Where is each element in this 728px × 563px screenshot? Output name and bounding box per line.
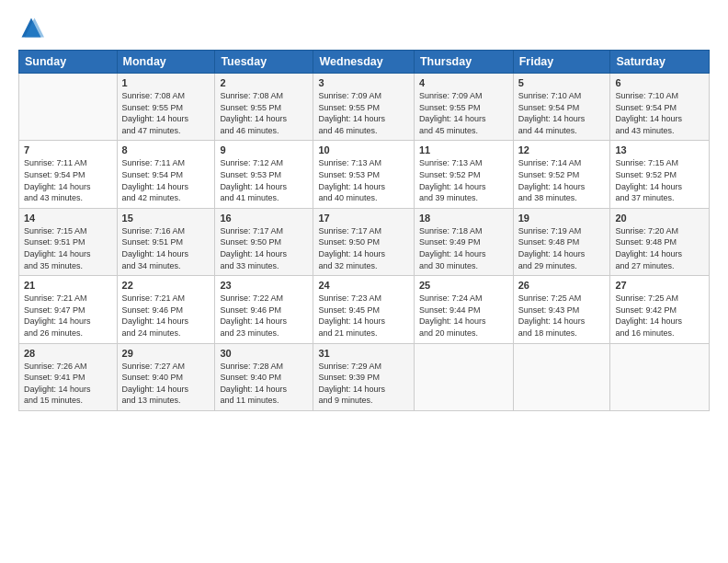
day-info: Sunrise: 7:29 AM Sunset: 9:39 PM Dayligh… xyxy=(318,361,408,407)
calendar-cell: 23Sunrise: 7:22 AM Sunset: 9:46 PM Dayli… xyxy=(215,276,313,343)
page: SundayMondayTuesdayWednesdayThursdayFrid… xyxy=(0,0,728,563)
day-info: Sunrise: 7:15 AM Sunset: 9:52 PM Dayligh… xyxy=(615,157,704,203)
day-info: Sunrise: 7:19 AM Sunset: 9:48 PM Dayligh… xyxy=(518,225,606,271)
calendar-cell: 21Sunrise: 7:21 AM Sunset: 9:47 PM Dayli… xyxy=(19,276,118,343)
day-info: Sunrise: 7:08 AM Sunset: 9:55 PM Dayligh… xyxy=(220,90,308,136)
day-info: Sunrise: 7:10 AM Sunset: 9:54 PM Dayligh… xyxy=(518,90,606,136)
calendar-cell: 5Sunrise: 7:10 AM Sunset: 9:54 PM Daylig… xyxy=(513,74,610,141)
calendar-week-row: 1Sunrise: 7:08 AM Sunset: 9:55 PM Daylig… xyxy=(19,74,710,141)
day-number: 17 xyxy=(318,213,408,224)
day-info: Sunrise: 7:28 AM Sunset: 9:40 PM Dayligh… xyxy=(220,361,308,407)
day-number: 3 xyxy=(318,77,408,88)
calendar-cell: 8Sunrise: 7:11 AM Sunset: 9:54 PM Daylig… xyxy=(117,141,215,208)
calendar-cell xyxy=(19,74,118,141)
calendar-cell: 22Sunrise: 7:21 AM Sunset: 9:46 PM Dayli… xyxy=(117,276,215,343)
day-info: Sunrise: 7:10 AM Sunset: 9:54 PM Dayligh… xyxy=(615,90,704,136)
calendar-cell xyxy=(414,343,513,410)
day-info: Sunrise: 7:09 AM Sunset: 9:55 PM Dayligh… xyxy=(318,90,408,136)
calendar-cell: 4Sunrise: 7:09 AM Sunset: 9:55 PM Daylig… xyxy=(414,74,513,141)
calendar-cell xyxy=(513,343,610,410)
calendar-cell: 25Sunrise: 7:24 AM Sunset: 9:44 PM Dayli… xyxy=(414,276,513,343)
day-number: 15 xyxy=(122,213,210,224)
calendar-cell: 26Sunrise: 7:25 AM Sunset: 9:43 PM Dayli… xyxy=(513,276,610,343)
calendar-week-row: 7Sunrise: 7:11 AM Sunset: 9:54 PM Daylig… xyxy=(19,141,710,208)
day-info: Sunrise: 7:13 AM Sunset: 9:53 PM Dayligh… xyxy=(318,157,408,203)
calendar-cell: 19Sunrise: 7:19 AM Sunset: 9:48 PM Dayli… xyxy=(513,208,610,275)
calendar-cell: 15Sunrise: 7:16 AM Sunset: 9:51 PM Dayli… xyxy=(117,208,215,275)
day-info: Sunrise: 7:20 AM Sunset: 9:48 PM Dayligh… xyxy=(615,225,704,271)
day-number: 8 xyxy=(122,144,210,155)
weekday-header-sunday: Sunday xyxy=(19,51,118,74)
day-number: 4 xyxy=(419,77,508,88)
day-info: Sunrise: 7:21 AM Sunset: 9:47 PM Dayligh… xyxy=(24,293,112,339)
day-number: 22 xyxy=(122,280,210,291)
day-number: 24 xyxy=(318,280,408,291)
calendar-cell: 1Sunrise: 7:08 AM Sunset: 9:55 PM Daylig… xyxy=(117,74,215,141)
day-number: 31 xyxy=(318,348,408,359)
calendar-cell: 27Sunrise: 7:25 AM Sunset: 9:42 PM Dayli… xyxy=(610,276,710,343)
day-number: 9 xyxy=(220,144,308,155)
day-number: 7 xyxy=(24,144,112,155)
day-number: 20 xyxy=(615,213,704,224)
day-number: 6 xyxy=(615,77,704,88)
weekday-header-saturday: Saturday xyxy=(610,51,710,74)
calendar-week-row: 14Sunrise: 7:15 AM Sunset: 9:51 PM Dayli… xyxy=(19,208,710,275)
day-number: 12 xyxy=(518,144,606,155)
calendar-cell: 9Sunrise: 7:12 AM Sunset: 9:53 PM Daylig… xyxy=(215,141,313,208)
weekday-header-friday: Friday xyxy=(513,51,610,74)
day-number: 26 xyxy=(518,280,606,291)
day-info: Sunrise: 7:15 AM Sunset: 9:51 PM Dayligh… xyxy=(24,225,112,271)
day-info: Sunrise: 7:08 AM Sunset: 9:55 PM Dayligh… xyxy=(122,90,210,136)
calendar-cell xyxy=(610,343,710,410)
day-number: 5 xyxy=(518,77,606,88)
calendar-cell: 24Sunrise: 7:23 AM Sunset: 9:45 PM Dayli… xyxy=(313,276,414,343)
calendar-cell: 28Sunrise: 7:26 AM Sunset: 9:41 PM Dayli… xyxy=(19,343,118,410)
day-number: 11 xyxy=(419,144,508,155)
day-number: 16 xyxy=(220,213,308,224)
day-info: Sunrise: 7:21 AM Sunset: 9:46 PM Dayligh… xyxy=(122,293,210,339)
day-number: 25 xyxy=(419,280,508,291)
day-info: Sunrise: 7:24 AM Sunset: 9:44 PM Dayligh… xyxy=(419,293,508,339)
header xyxy=(18,15,710,40)
day-number: 18 xyxy=(419,213,508,224)
calendar-cell: 31Sunrise: 7:29 AM Sunset: 9:39 PM Dayli… xyxy=(313,343,414,410)
calendar-cell: 6Sunrise: 7:10 AM Sunset: 9:54 PM Daylig… xyxy=(610,74,710,141)
day-info: Sunrise: 7:11 AM Sunset: 9:54 PM Dayligh… xyxy=(122,157,210,203)
weekday-header-tuesday: Tuesday xyxy=(215,51,313,74)
calendar-cell: 16Sunrise: 7:17 AM Sunset: 9:50 PM Dayli… xyxy=(215,208,313,275)
logo-icon xyxy=(18,15,44,40)
calendar-table: SundayMondayTuesdayWednesdayThursdayFrid… xyxy=(18,50,710,411)
day-info: Sunrise: 7:17 AM Sunset: 9:50 PM Dayligh… xyxy=(220,225,308,271)
day-info: Sunrise: 7:27 AM Sunset: 9:40 PM Dayligh… xyxy=(122,361,210,407)
day-info: Sunrise: 7:22 AM Sunset: 9:46 PM Dayligh… xyxy=(220,293,308,339)
calendar-cell: 17Sunrise: 7:17 AM Sunset: 9:50 PM Dayli… xyxy=(313,208,414,275)
day-info: Sunrise: 7:14 AM Sunset: 9:52 PM Dayligh… xyxy=(518,157,606,203)
day-info: Sunrise: 7:12 AM Sunset: 9:53 PM Dayligh… xyxy=(220,157,308,203)
calendar-cell: 20Sunrise: 7:20 AM Sunset: 9:48 PM Dayli… xyxy=(610,208,710,275)
calendar-cell: 14Sunrise: 7:15 AM Sunset: 9:51 PM Dayli… xyxy=(19,208,118,275)
day-number: 21 xyxy=(24,280,112,291)
calendar-header-row: SundayMondayTuesdayWednesdayThursdayFrid… xyxy=(19,51,710,74)
day-info: Sunrise: 7:26 AM Sunset: 9:41 PM Dayligh… xyxy=(24,361,112,407)
day-info: Sunrise: 7:13 AM Sunset: 9:52 PM Dayligh… xyxy=(419,157,508,203)
day-number: 30 xyxy=(220,348,308,359)
day-number: 23 xyxy=(220,280,308,291)
day-info: Sunrise: 7:16 AM Sunset: 9:51 PM Dayligh… xyxy=(122,225,210,271)
day-number: 27 xyxy=(615,280,704,291)
calendar-cell: 18Sunrise: 7:18 AM Sunset: 9:49 PM Dayli… xyxy=(414,208,513,275)
weekday-header-monday: Monday xyxy=(117,51,215,74)
day-number: 13 xyxy=(615,144,704,155)
day-info: Sunrise: 7:18 AM Sunset: 9:49 PM Dayligh… xyxy=(419,225,508,271)
calendar-cell: 7Sunrise: 7:11 AM Sunset: 9:54 PM Daylig… xyxy=(19,141,118,208)
day-number: 19 xyxy=(518,213,606,224)
calendar-cell: 2Sunrise: 7:08 AM Sunset: 9:55 PM Daylig… xyxy=(215,74,313,141)
day-number: 14 xyxy=(24,213,112,224)
day-info: Sunrise: 7:25 AM Sunset: 9:43 PM Dayligh… xyxy=(518,293,606,339)
day-number: 28 xyxy=(24,348,112,359)
day-number: 29 xyxy=(122,348,210,359)
calendar-cell: 12Sunrise: 7:14 AM Sunset: 9:52 PM Dayli… xyxy=(513,141,610,208)
day-number: 2 xyxy=(220,77,308,88)
calendar-cell: 11Sunrise: 7:13 AM Sunset: 9:52 PM Dayli… xyxy=(414,141,513,208)
day-info: Sunrise: 7:09 AM Sunset: 9:55 PM Dayligh… xyxy=(419,90,508,136)
calendar-cell: 29Sunrise: 7:27 AM Sunset: 9:40 PM Dayli… xyxy=(117,343,215,410)
